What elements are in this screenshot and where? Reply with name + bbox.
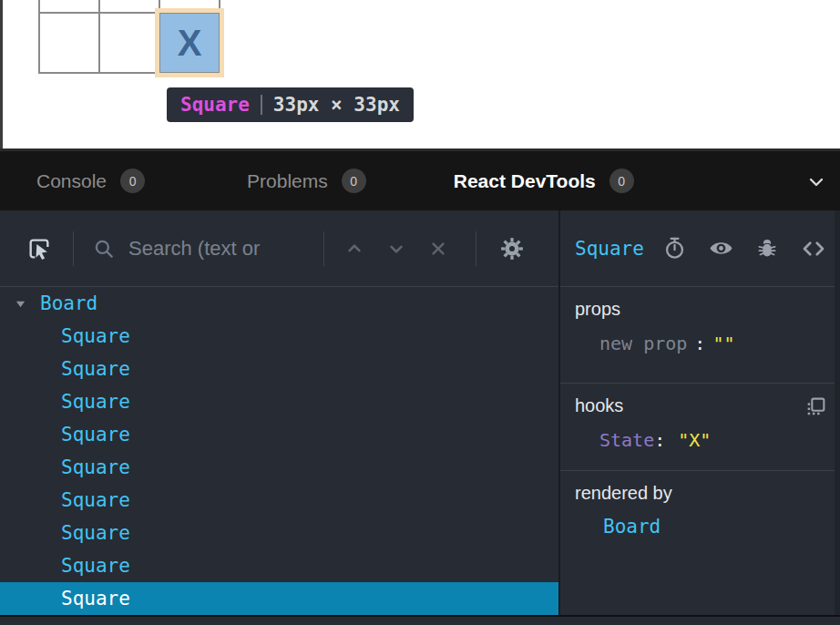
component-name: Board xyxy=(40,292,97,314)
hook-name: State xyxy=(599,429,654,451)
toolbar-divider xyxy=(323,231,324,266)
tree-indent xyxy=(15,298,40,310)
search-previous-icon[interactable] xyxy=(343,237,366,261)
component-name: Square xyxy=(61,456,130,478)
search-icon xyxy=(92,237,116,261)
toolbar-divider xyxy=(476,231,476,266)
suspend-timer-icon[interactable] xyxy=(662,236,687,261)
props-heading: props xyxy=(575,299,825,320)
scrollbar-gutter xyxy=(835,210,840,625)
tree-item-square[interactable]: Square xyxy=(0,484,558,517)
tree-item-square[interactable]: Square xyxy=(0,582,558,615)
component-name: Square xyxy=(61,588,130,610)
chevron-down-icon[interactable] xyxy=(805,171,827,193)
components-toolbar xyxy=(0,210,558,287)
tab-label: Problems xyxy=(247,170,328,192)
board-cell[interactable] xyxy=(159,0,220,13)
new-prop-row[interactable]: new prop : "" xyxy=(599,333,825,354)
components-pane: BoardSquareSquareSquareSquareSquareSquar… xyxy=(0,210,558,615)
tab-console[interactable]: Console 0 xyxy=(36,169,145,193)
component-tree: BoardSquareSquareSquareSquareSquareSquar… xyxy=(0,287,558,615)
tab-problems[interactable]: Problems 0 xyxy=(247,169,366,193)
component-name: Square xyxy=(61,391,130,413)
component-name: Square xyxy=(61,424,130,446)
view-source-code-icon[interactable] xyxy=(800,235,827,262)
rendered-by-heading: rendered by xyxy=(575,483,825,504)
settings-gear-icon[interactable] xyxy=(498,235,526,262)
tree-item-square[interactable]: Square xyxy=(0,320,558,353)
tree-item-board[interactable]: Board xyxy=(0,287,558,320)
rendered-by-section: rendered by Board xyxy=(560,471,840,615)
tooltip-divider xyxy=(261,95,262,115)
parse-hook-names-icon[interactable] xyxy=(804,395,827,418)
inspect-overlay-tooltip: Square 33px × 33px xyxy=(167,87,414,122)
board-cell[interactable] xyxy=(39,0,99,13)
tab-count-badge: 0 xyxy=(610,169,634,193)
board-cell[interactable] xyxy=(99,13,159,73)
board-cell[interactable] xyxy=(99,0,159,13)
props-section: props new prop : "" xyxy=(560,287,840,384)
inspect-dom-eye-icon[interactable] xyxy=(708,235,734,261)
tree-item-square[interactable]: Square xyxy=(0,517,558,549)
tab-count-badge: 0 xyxy=(342,169,366,193)
component-name: Square xyxy=(61,555,130,577)
colon: : xyxy=(694,333,705,354)
hooks-heading: hooks xyxy=(575,395,825,416)
clear-search-icon[interactable] xyxy=(426,237,450,261)
tab-label: Console xyxy=(36,170,107,192)
board-cell[interactable] xyxy=(39,13,99,73)
hooks-section: hooks State: "X" xyxy=(560,384,840,471)
debug-bug-icon[interactable] xyxy=(755,237,779,261)
browser-content-area: X Square 33px × 33px xyxy=(0,0,840,149)
tab-label: React DevTools xyxy=(454,170,596,192)
inspector-header: Square xyxy=(560,210,840,287)
search-input[interactable] xyxy=(127,236,316,261)
search-next-icon[interactable] xyxy=(384,237,408,261)
inspect-element-icon[interactable] xyxy=(25,234,54,263)
rendered-by-link[interactable]: Board xyxy=(603,516,661,538)
board-cell-inspected[interactable]: X xyxy=(159,13,220,73)
selected-component-title: Square xyxy=(575,238,644,260)
tooltip-dimensions: 33px × 33px xyxy=(273,94,400,116)
new-prop-value[interactable]: "" xyxy=(712,333,734,354)
tree-item-square[interactable]: Square xyxy=(0,353,558,385)
tab-count-badge: 0 xyxy=(120,169,145,193)
colon: : xyxy=(654,429,665,451)
panel-tab-strip: Console 0 Problems 0 React DevTools 0 xyxy=(0,149,840,210)
tooltip-component-name: Square xyxy=(180,94,250,116)
tree-item-square[interactable]: Square xyxy=(0,451,558,484)
inspector-pane: Square xyxy=(558,210,840,615)
react-devtools-panel: BoardSquareSquareSquareSquareSquareSquar… xyxy=(0,210,840,615)
component-name: Square xyxy=(61,358,130,380)
tic-tac-toe-board: X xyxy=(38,0,220,74)
viewport-left-border xyxy=(0,0,3,149)
component-name: Square xyxy=(61,325,130,347)
tree-item-square[interactable]: Square xyxy=(0,549,558,582)
toolbar-divider xyxy=(73,231,74,266)
state-hook-row[interactable]: State: "X" xyxy=(599,429,825,451)
panel-bottom-strip xyxy=(0,615,840,625)
tab-react-devtools[interactable]: React DevTools 0 xyxy=(454,169,634,193)
expander-triangle-icon[interactable] xyxy=(15,298,26,310)
component-name: Square xyxy=(61,522,130,544)
component-name: Square xyxy=(61,489,130,511)
tree-item-square[interactable]: Square xyxy=(0,385,558,418)
hook-value[interactable]: "X" xyxy=(678,429,711,451)
tree-item-square[interactable]: Square xyxy=(0,418,558,451)
new-prop-label[interactable]: new prop xyxy=(599,333,687,354)
